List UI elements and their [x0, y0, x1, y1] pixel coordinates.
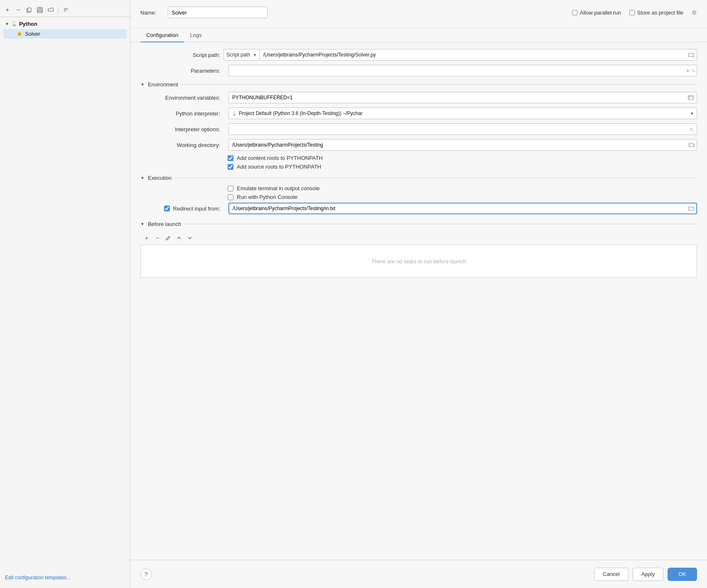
add-source-roots-checkbox[interactable]: [228, 164, 233, 170]
script-path-type-dropdown[interactable]: Script path ▼: [223, 49, 260, 61]
environment-section: ▼ Environment: [140, 81, 697, 88]
script-path-input[interactable]: [260, 49, 685, 61]
before-launch-move-down-btn[interactable]: [185, 234, 194, 242]
redirect-input-row: Redirect input from:: [140, 203, 697, 214]
config-content: Script path: Script path ▼ Parameters:: [130, 42, 707, 560]
add-source-roots-row: Add source roots to PYTHONPATH: [228, 164, 697, 170]
working-directory-field: [228, 139, 697, 151]
add-source-roots-label: Add source roots to PYTHONPATH: [237, 164, 321, 170]
emulate-terminal-row: Emulate terminal in output console: [228, 185, 697, 191]
ok-button[interactable]: OK: [668, 568, 697, 581]
bottom-actions: Cancel Apply OK: [594, 568, 697, 581]
sidebar-group-python: ▼ Python Solver: [0, 19, 130, 39]
store-as-project-file-option[interactable]: Store as project file: [629, 10, 683, 16]
working-directory-input[interactable]: [229, 140, 687, 150]
redirect-input-checkbox[interactable]: [164, 206, 170, 211]
sidebar-item-label: Solver: [25, 31, 40, 37]
sidebar-toolbar: + −: [0, 3, 130, 17]
interpreter-options-input[interactable]: [228, 123, 697, 135]
before-launch-remove-btn[interactable]: −: [153, 234, 162, 242]
parameters-label: Parameters:: [140, 68, 223, 74]
edit-templates-link[interactable]: Edit configuration templates...: [0, 571, 130, 585]
interpreter-options-row: Interpreter options: ⤡: [140, 123, 697, 135]
env-vars-edit-icon[interactable]: [687, 93, 695, 102]
add-config-icon[interactable]: +: [3, 6, 12, 14]
redirect-input-input[interactable]: [229, 203, 686, 213]
working-directory-row: Working directory:: [140, 139, 697, 151]
before-launch-add-btn[interactable]: +: [142, 234, 151, 242]
chevron-down-icon: ▼: [5, 22, 9, 26]
add-content-roots-row: Add content roots to PYTHONPATH: [228, 155, 697, 161]
params-expand-icon[interactable]: ⤡: [691, 68, 695, 74]
name-input[interactable]: [168, 7, 268, 18]
environment-variables-input[interactable]: [229, 92, 697, 103]
parameters-input[interactable]: [229, 65, 686, 76]
emulate-terminal-label: Emulate terminal in output console: [237, 185, 319, 191]
params-add-icon[interactable]: +: [686, 67, 690, 74]
parameters-field: + ⤡: [228, 65, 697, 76]
parameters-row: Parameters: + ⤡: [140, 65, 697, 76]
sort-config-icon[interactable]: [62, 6, 70, 14]
before-launch-list: There are no tasks to run before launch: [140, 245, 697, 278]
config-header: Name: Allow parallel run Store as projec…: [130, 0, 707, 28]
store-as-project-file-checkbox[interactable]: [629, 10, 635, 15]
script-path-browse-icon[interactable]: [685, 49, 697, 61]
interpreter-options-expand-icon[interactable]: ⤡: [687, 125, 695, 133]
allow-parallel-run-checkbox[interactable]: [572, 10, 577, 15]
bottom-bar: ? Cancel Apply OK: [130, 560, 707, 588]
svg-rect-10: [13, 22, 15, 25]
allow-parallel-run-option[interactable]: Allow parallel run: [572, 10, 621, 16]
before-launch-divider: ▼ Before launch: [140, 221, 697, 227]
environment-collapse-icon[interactable]: ▼: [140, 82, 145, 87]
before-launch-toolbar: + −: [140, 231, 697, 245]
environment-variables-field: [228, 92, 697, 103]
python-interpreter-label: Python interpreter:: [140, 110, 223, 117]
toolbar-divider: [58, 7, 59, 13]
sidebar-item-solver[interactable]: Solver: [3, 29, 127, 39]
redirect-input-label: Redirect input from:: [173, 206, 220, 212]
run-python-console-row: Run with Python Console: [228, 194, 697, 200]
tab-configuration[interactable]: Configuration: [140, 28, 184, 42]
sidebar-group-label: Python: [19, 21, 37, 27]
redirect-input-browse-icon[interactable]: [686, 206, 696, 211]
name-row: Name: Allow parallel run Store as projec…: [140, 7, 697, 18]
redirect-input-field: [228, 203, 697, 214]
gear-icon[interactable]: ⚙: [692, 9, 697, 16]
environment-variables-label: Environment variables:: [140, 95, 223, 101]
before-launch-edit-btn[interactable]: [164, 234, 173, 242]
execution-section: ▼ Execution: [140, 175, 697, 181]
interpreter-options-label: Interpreter options:: [140, 126, 223, 132]
python-interpreter-dropdown[interactable]: Project Default (Python 3.6 (In-Depth-Te…: [228, 108, 697, 119]
emulate-terminal-checkbox[interactable]: [228, 186, 233, 191]
python-interpreter-value: Project Default (Python 3.6 (In-Depth-Te…: [239, 110, 688, 116]
tab-logs[interactable]: Logs: [184, 28, 207, 42]
run-python-console-checkbox[interactable]: [228, 194, 233, 200]
script-path-label: Script path:: [140, 52, 223, 58]
copy-config-icon[interactable]: [25, 6, 33, 14]
working-directory-browse-icon[interactable]: [687, 142, 697, 148]
folder-config-icon[interactable]: [47, 6, 55, 14]
remove-config-icon[interactable]: −: [14, 6, 22, 14]
right-panel: Name: Allow parallel run Store as projec…: [130, 0, 707, 588]
before-launch-move-up-btn[interactable]: [174, 234, 184, 242]
sidebar-group-header-python[interactable]: ▼ Python: [2, 19, 128, 29]
execution-collapse-icon[interactable]: ▼: [140, 176, 145, 180]
script-path-row: Script path: Script path ▼: [140, 49, 697, 61]
before-launch-collapse-icon[interactable]: ▼: [140, 222, 145, 226]
cancel-button[interactable]: Cancel: [594, 568, 628, 581]
svg-rect-3: [39, 7, 41, 10]
svg-rect-4: [38, 10, 42, 12]
save-config-icon[interactable]: [36, 6, 44, 14]
sidebar: + −: [0, 0, 130, 588]
help-button[interactable]: ?: [140, 568, 152, 580]
interpreter-dropdown-arrow-icon: ▼: [690, 111, 694, 116]
apply-button[interactable]: Apply: [633, 568, 664, 581]
python-interpreter-row: Python interpreter: Project Default (Pyt…: [140, 108, 697, 119]
name-label: Name:: [140, 10, 161, 16]
python-icon: [11, 20, 17, 27]
add-content-roots-checkbox[interactable]: [228, 155, 233, 161]
before-launch-section-title: Before launch: [148, 221, 181, 227]
allow-parallel-run-label: Allow parallel run: [580, 10, 621, 16]
working-directory-label: Working directory:: [140, 142, 223, 148]
no-tasks-text: There are no tasks to run before launch: [371, 258, 466, 265]
